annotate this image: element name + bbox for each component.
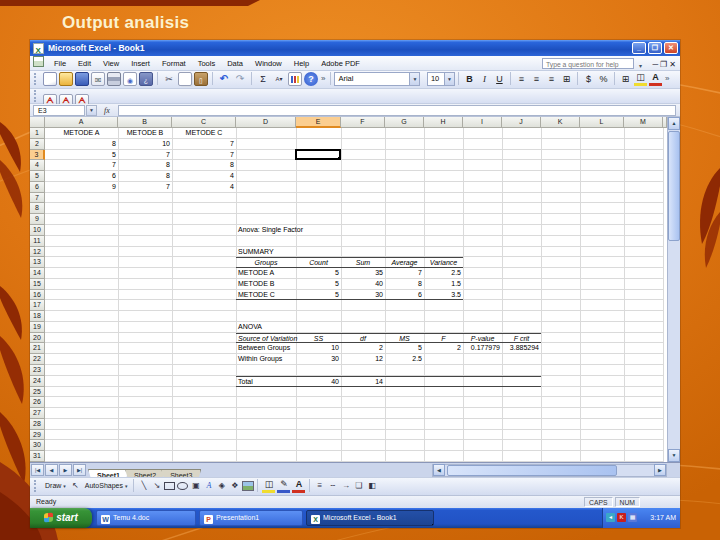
horizontal-scroll-thumb[interactable] [447, 465, 617, 476]
cell-E21[interactable]: 10 [296, 343, 341, 354]
align-right-button[interactable]: ≡ [545, 72, 558, 86]
cell-A4[interactable]: 7 [45, 160, 118, 171]
menu-data[interactable]: Data [221, 57, 249, 71]
save-icon[interactable] [75, 72, 89, 86]
diagram-icon[interactable]: ◈ [215, 479, 228, 493]
cell-F15[interactable]: 40 [341, 279, 385, 290]
scroll-down-icon[interactable]: ▼ [668, 449, 680, 462]
cell-I21[interactable]: 0.177979 [463, 343, 502, 354]
cell-C6[interactable]: 4 [172, 182, 236, 193]
cell-A3[interactable]: 5 [45, 150, 118, 161]
cell-A2[interactable]: 8 [45, 139, 118, 150]
cell-B2[interactable]: 10 [118, 139, 172, 150]
workbook-window-controls[interactable]: ─❐✕ [652, 58, 678, 72]
row-header-21[interactable]: 21 [30, 343, 45, 354]
chart-wizard-icon[interactable] [288, 72, 302, 86]
paste-icon[interactable] [194, 72, 208, 86]
italic-button[interactable]: I [478, 72, 491, 86]
column-header-A[interactable]: A [45, 117, 118, 128]
cell-I20[interactable]: P-value [463, 333, 502, 344]
wordart-icon[interactable]: A [202, 479, 215, 493]
cell-D21[interactable]: Between Groups [236, 343, 296, 354]
row-header-17[interactable]: 17 [30, 300, 45, 311]
cell-D12[interactable]: SUMMARY [236, 247, 296, 258]
cell-D10[interactable]: Anova: Single Factor [236, 225, 296, 236]
cell-C3[interactable]: 7 [172, 150, 236, 161]
worksheet-grid[interactable]: ABCDEFGHIJKLM123456789101112131415161718… [30, 117, 680, 462]
cell-E13[interactable]: Count [296, 257, 341, 268]
bold-button[interactable]: B [463, 72, 476, 86]
row-header-30[interactable]: 30 [30, 440, 45, 451]
cell-D14[interactable]: METODE A [236, 268, 296, 279]
autoshapes-menu[interactable]: AutoShapes ▾ [82, 479, 131, 493]
cell-G21[interactable]: 5 [385, 343, 424, 354]
underline-button[interactable]: U [493, 72, 506, 86]
menu-window[interactable]: Window [249, 57, 288, 71]
email-icon[interactable] [91, 72, 105, 86]
cell-E14[interactable]: 5 [296, 268, 341, 279]
menu-edit[interactable]: Edit [72, 57, 97, 71]
name-box[interactable]: E3 [33, 105, 85, 116]
line-style-icon[interactable]: ≡ [313, 479, 326, 493]
active-cell[interactable] [295, 149, 341, 161]
copy-icon[interactable] [178, 72, 192, 86]
cell-C4[interactable]: 8 [172, 160, 236, 171]
cell-C1[interactable]: METODE C [172, 128, 236, 139]
column-header-C[interactable]: C [172, 117, 236, 128]
column-header-E[interactable]: E [296, 117, 341, 128]
new-icon[interactable] [43, 72, 57, 86]
cell-A1[interactable]: METODE A [45, 128, 118, 139]
help-icon[interactable] [304, 72, 318, 86]
row-header-10[interactable]: 10 [30, 225, 45, 236]
row-header-23[interactable]: 23 [30, 365, 45, 376]
column-header-H[interactable]: H [424, 117, 463, 128]
print-icon[interactable] [107, 72, 121, 86]
autosum-icon[interactable] [256, 72, 270, 86]
clip-art-icon[interactable]: ❖ [228, 479, 241, 493]
borders-button[interactable]: ⊞ [619, 72, 632, 86]
cut-icon[interactable] [162, 72, 176, 86]
cell-B3[interactable]: 7 [118, 150, 172, 161]
cell-A5[interactable]: 6 [45, 171, 118, 182]
restore-button[interactable]: ❐ [648, 42, 662, 54]
cell-F24[interactable]: 14 [341, 376, 385, 387]
font-color-button[interactable]: A [649, 72, 662, 86]
cell-D15[interactable]: METODE B [236, 279, 296, 290]
cell-B4[interactable]: 8 [118, 160, 172, 171]
cell-B1[interactable]: METODE B [118, 128, 172, 139]
prev-sheet-icon[interactable]: ◀ [45, 464, 58, 476]
cell-C2[interactable]: 7 [172, 139, 236, 150]
row-header-12[interactable]: 12 [30, 247, 45, 258]
cell-J24[interactable] [502, 376, 541, 387]
cell-J21[interactable]: 3.885294 [502, 343, 541, 354]
cell-G13[interactable]: Average [385, 257, 424, 268]
vertical-scrollbar[interactable]: ▲ ▼ [667, 117, 680, 462]
cell-F14[interactable]: 35 [341, 268, 385, 279]
row-header-27[interactable]: 27 [30, 408, 45, 419]
cell-F20[interactable]: df [341, 333, 385, 344]
align-left-button[interactable]: ≡ [515, 72, 528, 86]
cell-E24[interactable]: 40 [296, 376, 341, 387]
row-header-24[interactable]: 24 [30, 376, 45, 387]
select-objects-icon[interactable]: ↖ [69, 479, 82, 493]
row-header-4[interactable]: 4 [30, 160, 45, 171]
cell-F13[interactable]: Sum [341, 257, 385, 268]
cell-C5[interactable]: 4 [172, 171, 236, 182]
redo-icon[interactable] [233, 72, 247, 86]
row-header-20[interactable]: 20 [30, 333, 45, 344]
toolbar-grip[interactable] [34, 90, 39, 102]
open-icon[interactable] [59, 72, 73, 86]
cell-D24[interactable]: Total [236, 376, 296, 387]
row-header-13[interactable]: 13 [30, 257, 45, 268]
print-preview-icon[interactable] [123, 72, 137, 86]
cell-G24[interactable] [385, 376, 424, 387]
antivirus-tray-icon[interactable]: K [617, 513, 626, 522]
cell-A6[interactable]: 9 [45, 182, 118, 193]
taskbar-button-microsoft-excel-book1[interactable]: Microsoft Excel - Book1 [306, 510, 434, 526]
toolbar-grip[interactable] [34, 73, 39, 85]
insert-picture-icon[interactable] [241, 479, 254, 493]
merge-center-button[interactable]: ⊞ [560, 72, 573, 86]
cell-G15[interactable]: 8 [385, 279, 424, 290]
scroll-left-icon[interactable]: ◀ [433, 464, 445, 476]
cell-G16[interactable]: 6 [385, 290, 424, 301]
